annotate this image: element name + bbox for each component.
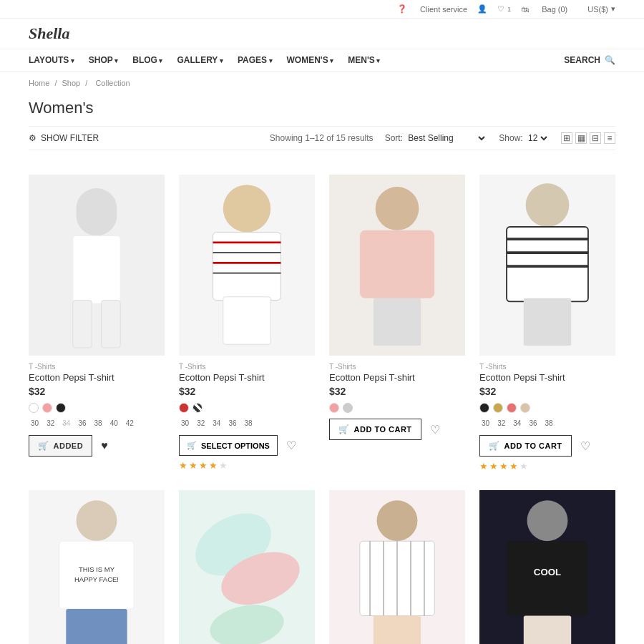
svg-point-27: [207, 600, 288, 644]
breadcrumb-home[interactable]: Home: [29, 79, 49, 87]
product-image[interactable]: COOL: [479, 490, 615, 644]
product-price: $32: [479, 386, 615, 397]
product-name: Ecotton Pepsi T-shirt: [479, 372, 615, 383]
product-name: Ecotton Pepsi T-shirt: [329, 372, 465, 383]
product-card: T -Shirts Ecotton Pepsi T-shirt $32 3032…: [479, 175, 615, 476]
size-button[interactable]: 42: [124, 419, 136, 428]
product-card: T -Shirts Ecotton Pepsi T-shirt $32 3032…: [179, 175, 315, 476]
size-button[interactable]: 30: [179, 419, 191, 428]
show-filter-btn[interactable]: ⚙ SHOW FILTER: [29, 133, 99, 143]
size-button[interactable]: 34: [210, 419, 223, 428]
grid-3-view[interactable]: ▦: [575, 132, 587, 144]
svg-point-11: [376, 187, 419, 230]
wishlist-link[interactable]: ♡ 1: [497, 4, 511, 14]
help-icon: ❓: [397, 4, 407, 14]
svg-rect-2: [73, 301, 92, 348]
filter-icon: ⚙: [29, 133, 36, 143]
swatch-lightgray[interactable]: [343, 403, 353, 413]
nav-layouts[interactable]: LAYOUTS: [29, 55, 74, 65]
svg-text:COOL: COOL: [534, 567, 561, 577]
filled-star: ★: [499, 461, 508, 472]
product-image[interactable]: [29, 175, 165, 356]
added-button[interactable]: 🛒 ADDED: [29, 435, 92, 457]
star-rating: ★★★★★: [479, 461, 615, 472]
product-image[interactable]: [179, 490, 315, 644]
size-button[interactable]: 36: [76, 419, 88, 428]
swatch-striped[interactable]: [192, 403, 203, 413]
add-to-cart-button[interactable]: 🛒 ADD TO CART: [329, 419, 421, 440]
swatch-pink[interactable]: [42, 403, 52, 413]
swatch-pink[interactable]: [329, 403, 339, 413]
search-area[interactable]: SEARCH 🔍: [564, 55, 615, 65]
color-swatches: [329, 403, 465, 413]
size-button[interactable]: 36: [527, 419, 539, 428]
grid-4-view[interactable]: ⊞: [561, 132, 572, 144]
swatch-gold[interactable]: [493, 403, 503, 413]
wishlist-button[interactable]: ♡: [427, 420, 443, 439]
product-image[interactable]: [179, 175, 315, 356]
swatch-coral[interactable]: [507, 403, 517, 413]
filled-star: ★: [199, 460, 208, 471]
swatch-beige[interactable]: [520, 403, 530, 413]
nav-shop[interactable]: SHOP: [89, 55, 119, 65]
bag-link[interactable]: 🛍 Bag (0): [521, 5, 567, 14]
product-image[interactable]: THIS IS MY HAPPY FACE!: [29, 490, 165, 644]
product-image[interactable]: [329, 175, 465, 356]
size-button[interactable]: 32: [195, 419, 207, 428]
color-swatches: [29, 403, 165, 413]
svg-point-4: [223, 185, 270, 232]
cart-icon: 🛒: [338, 424, 350, 434]
add-to-cart-button[interactable]: 🛒 ADD TO CART: [479, 435, 572, 457]
svg-rect-3: [102, 301, 121, 348]
search-icon: 🔍: [605, 55, 615, 65]
account-icon-link[interactable]: 👤: [477, 4, 487, 14]
product-card: T -Shirts Ecotton Pepsi T-shirt $32 🛒 AD…: [329, 175, 465, 476]
list-view[interactable]: ≡: [604, 132, 615, 144]
size-button[interactable]: 30: [479, 419, 492, 428]
size-button[interactable]: 38: [243, 419, 255, 428]
size-button[interactable]: 32: [44, 419, 57, 428]
product-image[interactable]: [479, 175, 615, 356]
svg-rect-12: [360, 230, 434, 298]
action-row: 🛒 ADD TO CART♡: [479, 435, 615, 457]
size-button[interactable]: 40: [108, 419, 120, 428]
svg-text:THIS IS MY: THIS IS MY: [79, 565, 115, 573]
filter-right: Showing 1–12 of 15 results Sort: Best Se…: [270, 132, 615, 144]
swatch-white[interactable]: [29, 403, 39, 413]
size-button[interactable]: 32: [495, 419, 507, 428]
size-button[interactable]: 34: [60, 419, 72, 428]
nav-pages[interactable]: PAGES: [238, 55, 273, 65]
swatch-black[interactable]: [479, 403, 489, 413]
sort-select[interactable]: Best Selling Price Low to High Price Hig…: [405, 132, 487, 144]
nav-womens[interactable]: WOMEN'S: [287, 55, 334, 65]
client-service[interactable]: ❓ Client service: [387, 4, 467, 14]
wishlist-button[interactable]: ♡: [283, 436, 299, 455]
nav-gallery[interactable]: GALLERY: [177, 55, 223, 65]
filter-bar: ⚙ SHOW FILTER Showing 1–12 of 15 results…: [29, 126, 615, 150]
nav-links: LAYOUTS SHOP BLOG GALLERY PAGES WOMEN'S …: [29, 55, 380, 65]
size-options: 30323436384042: [29, 419, 165, 428]
size-options: 3032343638: [479, 419, 615, 428]
wishlist-button[interactable]: ♥: [98, 436, 111, 455]
site-logo[interactable]: Shella: [29, 24, 69, 43]
swatch-red[interactable]: [179, 403, 189, 413]
select-options-button[interactable]: 🛒 SELECT OPTIONS: [179, 435, 278, 456]
breadcrumb-shop[interactable]: Shop: [62, 79, 81, 87]
size-button[interactable]: 38: [543, 419, 555, 428]
nav-mens[interactable]: MEN'S: [348, 55, 380, 65]
product-image[interactable]: [329, 490, 465, 644]
product-grid: T -Shirts Ecotton Pepsi T-shirt $32 3032…: [0, 175, 644, 644]
show-select[interactable]: 12 24 36: [525, 132, 550, 144]
page-header: Women's ⚙ SHOW FILTER Showing 1–12 of 15…: [0, 94, 644, 175]
currency-selector[interactable]: US($) ▾: [577, 4, 615, 14]
swatch-black[interactable]: [56, 403, 66, 413]
nav-blog[interactable]: BLOG: [132, 55, 162, 65]
wishlist-button[interactable]: ♡: [577, 436, 593, 456]
size-button[interactable]: 30: [29, 419, 41, 428]
grid-2-view[interactable]: ⊟: [590, 132, 601, 144]
filled-star: ★: [479, 461, 488, 472]
size-button[interactable]: 34: [511, 419, 523, 428]
svg-rect-1: [73, 235, 120, 303]
size-button[interactable]: 36: [226, 419, 238, 428]
size-button[interactable]: 38: [92, 419, 104, 428]
